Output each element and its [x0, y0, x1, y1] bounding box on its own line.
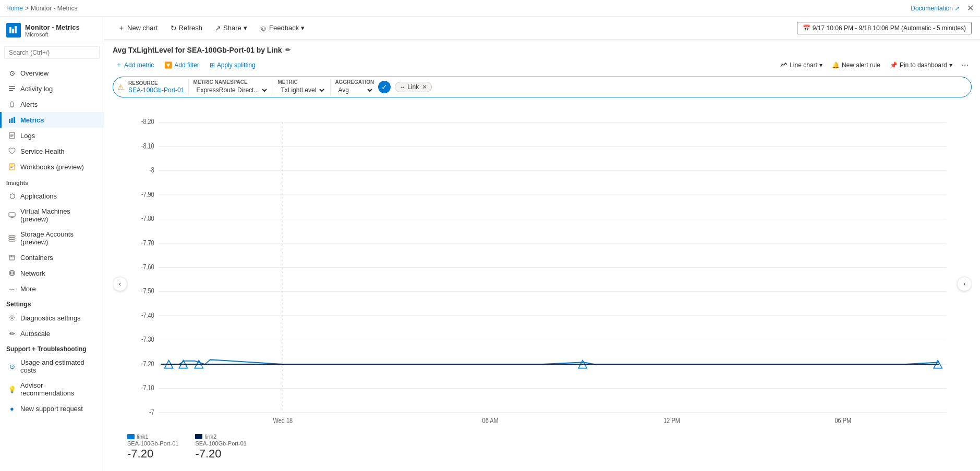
svg-rect-20 [11, 218, 13, 218]
containers-icon [8, 253, 16, 262]
line-chart-button[interactable]: Line chart ▾ [777, 59, 826, 71]
sidebar-item-alerts[interactable]: Alerts [0, 96, 104, 112]
sidebar-item-support-request[interactable]: ● New support request [0, 401, 104, 416]
resource-value[interactable]: SEA-100Gb-Port-01 [128, 86, 184, 94]
svg-text:-8.10: -8.10 [141, 142, 154, 151]
sidebar-item-storage-accounts[interactable]: Storage Accounts (preview) [0, 227, 104, 250]
svg-text:-7.30: -7.30 [141, 336, 154, 344]
svg-text:-7.20: -7.20 [141, 360, 154, 368]
apply-splitting-button[interactable]: ⊞ Apply splitting [207, 59, 259, 71]
add-filter-button[interactable]: 🔽 Add filter [161, 59, 202, 71]
more-options-button[interactable]: ··· [959, 59, 972, 71]
chart-svg: -8.20 -8.10 -8 -7.90 -7.80 -7.70 -7.60 -… [127, 103, 957, 423]
svg-text:06 PM: 06 PM [834, 417, 851, 423]
time-range-picker[interactable]: 📅 9/17 10:06 PM - 9/18 10:06 PM (Automat… [797, 22, 972, 34]
svg-rect-0 [9, 27, 11, 33]
legend-value-link1: -7.20 [127, 447, 178, 461]
bell-icon [8, 101, 16, 108]
content-area: ＋ New chart ↻ Refresh ↗ Share ▾ ☺ Feedba… [104, 17, 980, 471]
sidebar-item-network[interactable]: Network [0, 265, 104, 281]
svg-rect-19 [10, 217, 14, 218]
sidebar-item-workbooks[interactable]: Workbooks (preview) [0, 159, 104, 175]
edit-title-icon[interactable]: ✏ [285, 46, 291, 54]
search-input[interactable] [4, 46, 100, 59]
svg-rect-18 [9, 213, 15, 217]
refresh-button[interactable]: ↻ Refresh [165, 21, 208, 35]
sidebar-item-label: Metrics [20, 116, 44, 124]
sidebar-item-activity-log[interactable]: Activity log [0, 81, 104, 96]
add-metric-icon: ＋ [116, 60, 122, 69]
close-button[interactable]: ✕ [967, 3, 974, 13]
namespace-select[interactable]: ExpressRoute Direct... [193, 85, 269, 95]
line-chart-icon [780, 61, 788, 69]
new-chart-button[interactable]: ＋ New chart [113, 20, 163, 36]
confirm-metric-button[interactable]: ✓ [378, 81, 391, 93]
svg-text:-7.80: -7.80 [141, 215, 154, 223]
filter-tag-close[interactable]: ✕ [422, 83, 427, 91]
chart-prev-button[interactable]: ‹ [113, 277, 127, 291]
pin-to-dashboard-button[interactable]: 📌 Pin to dashboard ▾ [887, 59, 955, 71]
sidebar-item-diagnostics[interactable]: Diagnostics settings [0, 310, 104, 326]
sidebar-item-label: Containers [20, 254, 53, 262]
sidebar-item-overview[interactable]: ⊙ Overview [0, 65, 104, 81]
svg-rect-3 [9, 86, 15, 87]
sidebar-item-containers[interactable]: Containers [0, 250, 104, 265]
sidebar-item-metrics[interactable]: Metrics [0, 112, 104, 128]
sidebar-item-applications[interactable]: ⬡ Applications [0, 188, 104, 204]
sidebar-item-label: Network [20, 269, 45, 277]
share-icon: ↗ [215, 24, 221, 32]
insights-section-label: Insights [0, 175, 104, 188]
vm-icon [8, 212, 16, 219]
add-metric-button[interactable]: ＋ Add metric [113, 58, 157, 71]
storage-icon [8, 234, 16, 242]
metric-field: METRIC TxLightLevel [277, 79, 326, 95]
pin-icon: 📌 [890, 61, 898, 69]
metrics-icon [8, 116, 16, 124]
sidebar-item-logs[interactable]: Logs [0, 128, 104, 143]
applications-icon: ⬡ [8, 192, 16, 200]
sidebar-item-label: Usage and estimated costs [20, 358, 98, 374]
sidebar-item-service-health[interactable]: Service Health [0, 143, 104, 159]
sidebar-item-label: Advisor recommendations [20, 381, 98, 397]
metric-actions: ＋ Add metric 🔽 Add filter ⊞ Apply splitt… [113, 58, 972, 71]
breadcrumb-sep: > [25, 5, 29, 12]
svg-point-6 [11, 107, 13, 108]
svg-text:-7.70: -7.70 [141, 239, 154, 247]
app-icon [6, 23, 21, 38]
sidebar-item-advisor[interactable]: 💡 Advisor recommendations [0, 378, 104, 401]
autoscale-icon: ✏ [8, 329, 16, 338]
workbooks-icon [8, 163, 16, 171]
breadcrumb-home[interactable]: Home [6, 5, 23, 12]
svg-rect-12 [10, 135, 14, 136]
breadcrumb-current: Monitor - Metrics [31, 5, 77, 12]
chart-next-button[interactable]: › [957, 277, 972, 291]
svg-rect-22 [9, 238, 15, 239]
filter-tag[interactable]: ↔ Link ✕ [395, 82, 432, 92]
sidebar-item-virtual-machines[interactable]: Virtual Machines (preview) [0, 204, 104, 227]
sidebar-item-label: More [20, 285, 36, 293]
box-icon [8, 254, 16, 261]
legend-item-link1: link1 SEA-100Gb-Port-01 -7.20 [127, 433, 178, 461]
sidebar-item-label: Logs [20, 132, 35, 140]
new-alert-rule-button[interactable]: 🔔 New alert rule [829, 59, 884, 71]
aggregation-select[interactable]: Avg [335, 85, 374, 95]
logs-icon [8, 131, 16, 140]
aggregation-field: AGGREGATION Avg [335, 79, 374, 95]
metric-selector: ⚠ RESOURCE SEA-100Gb-Port-01 METRIC NAME… [113, 77, 972, 97]
sidebar-item-usage-costs[interactable]: ⊙ Usage and estimated costs [0, 355, 104, 378]
sidebar-item-label: Autoscale [20, 330, 50, 338]
sidebar-item-label: Activity log [20, 85, 53, 93]
line-chart-chevron-icon: ▾ [819, 61, 822, 69]
share-button[interactable]: ↗ Share ▾ [210, 21, 252, 35]
warning-icon: ⚠ [117, 83, 124, 91]
sidebar-item-autoscale[interactable]: ✏ Autoscale [0, 326, 104, 341]
notebook-icon [8, 163, 16, 170]
sidebar-item-more[interactable]: ··· More [0, 281, 104, 296]
feedback-button[interactable]: ☺ Feedback ▾ [255, 21, 310, 35]
documentation-link[interactable]: Documentation ↗ [911, 5, 960, 12]
svg-rect-24 [9, 255, 15, 260]
support-icon: ● [8, 404, 16, 413]
svg-text:-7.90: -7.90 [141, 191, 154, 199]
metric-select[interactable]: TxLightLevel [277, 85, 326, 95]
sidebar-item-label: Alerts [20, 101, 38, 108]
